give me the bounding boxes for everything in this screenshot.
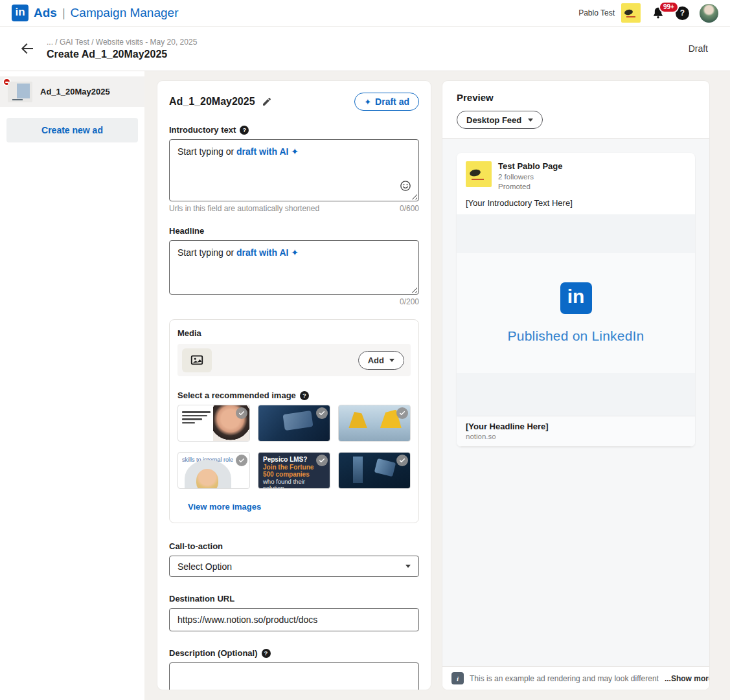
preview-device-selector[interactable]: Desktop Feed bbox=[457, 111, 543, 129]
intro-label: Introductory text bbox=[169, 125, 236, 135]
topbar-actions: Pablo Test 99+ ? bbox=[578, 3, 718, 23]
linkedin-logo-glyph: in bbox=[15, 6, 25, 19]
check-icon bbox=[236, 407, 247, 419]
description-textarea[interactable] bbox=[169, 662, 419, 690]
cta-select[interactable]: Select Option bbox=[169, 556, 419, 577]
promoted-label: Promoted bbox=[498, 182, 562, 192]
check-icon bbox=[316, 407, 328, 419]
thumbnail-text-lines bbox=[182, 411, 211, 425]
cta-selected-value: Select Option bbox=[177, 561, 232, 572]
sidebar-ad-label: Ad_1_20May2025 bbox=[40, 87, 110, 96]
page-followers: 2 followers bbox=[498, 172, 562, 182]
sidebar-item-ad[interactable]: Ad_1_20May2025 bbox=[0, 76, 144, 107]
linkedin-logo-icon[interactable]: in bbox=[12, 5, 29, 21]
help-glyph: ? bbox=[680, 8, 685, 17]
page-name: Test Pablo Page bbox=[498, 161, 562, 172]
ad-name: Ad_1_20May2025 bbox=[169, 96, 255, 107]
account-name: Pablo Test bbox=[578, 8, 615, 17]
top-navigation-bar: in Ads | Campaign Manager Pablo Test 99+… bbox=[0, 0, 730, 27]
page-header: ... / GAI Test / Website visits - May 20… bbox=[0, 27, 730, 71]
work-area: Ad_1_20May2025 ✦ Draft ad Introductory t… bbox=[144, 71, 730, 700]
chevron-down-icon bbox=[528, 119, 533, 122]
recommended-image-5[interactable]: Pepsico LMS? Join the Fortune 500 compan… bbox=[258, 452, 330, 489]
draft-ad-button-label: Draft ad bbox=[375, 96, 409, 107]
media-placeholder-tile[interactable] bbox=[182, 348, 212, 372]
intro-char-counter: 0/600 bbox=[400, 204, 419, 213]
thumbnail-caption: solution. bbox=[263, 485, 325, 489]
recommended-image-3[interactable] bbox=[338, 405, 411, 442]
destination-url-input[interactable] bbox=[169, 608, 419, 631]
recommended-image-6[interactable] bbox=[338, 452, 411, 489]
resize-handle[interactable] bbox=[411, 286, 417, 293]
chevron-down-icon bbox=[389, 359, 394, 362]
draft-ad-button[interactable]: ✦ Draft ad bbox=[354, 93, 419, 111]
preview-headline-bar: [Your Headline Here] notion.so bbox=[457, 416, 695, 447]
smiley-icon bbox=[399, 179, 412, 192]
recommended-help-icon[interactable]: ? bbox=[300, 391, 309, 400]
intro-placeholder: Start typing or draft with AI ✦ bbox=[177, 146, 299, 157]
back-button[interactable] bbox=[19, 41, 35, 56]
preview-headline: [Your Headline Here] bbox=[466, 422, 686, 433]
brand-product-label[interactable]: Ads bbox=[34, 6, 57, 20]
breadcrumb[interactable]: ... / GAI Test / Website visits - May 20… bbox=[47, 38, 677, 47]
headline-textarea[interactable]: Start typing or draft with AI ✦ bbox=[169, 240, 419, 295]
brand: in Ads | Campaign Manager bbox=[12, 5, 178, 21]
account-logo[interactable] bbox=[621, 3, 641, 23]
brand-suite-label: Campaign Manager bbox=[71, 6, 179, 20]
recommended-image-4[interactable]: skills to internal role bbox=[177, 452, 250, 489]
notification-badge: 99+ bbox=[659, 1, 679, 13]
view-more-images-link[interactable]: View more images bbox=[177, 502, 261, 512]
recommended-image-1[interactable] bbox=[177, 405, 250, 442]
info-icon: i bbox=[451, 672, 464, 684]
check-icon bbox=[316, 455, 328, 466]
preview-media-strip bbox=[457, 373, 695, 416]
create-new-ad-button[interactable]: Create new ad bbox=[6, 118, 138, 142]
sparkle-icon: ✦ bbox=[364, 97, 371, 107]
preview-title: Preview bbox=[457, 92, 695, 103]
back-arrow-icon bbox=[19, 41, 35, 56]
pencil-icon bbox=[262, 96, 272, 107]
headline-placeholder: Start typing or draft with AI ✦ bbox=[177, 247, 299, 258]
description-label: Description (Optional) bbox=[169, 648, 258, 658]
content: Ad_1_20May2025 Create new ad Ad_1_20May2… bbox=[0, 71, 730, 700]
status-badge: Draft bbox=[689, 43, 708, 54]
ads-sidebar: Ad_1_20May2025 Create new ad bbox=[0, 71, 144, 700]
campaign-manager-app: in Ads | Campaign Manager Pablo Test 99+… bbox=[0, 0, 730, 700]
thumbnail-caption: 500 companies bbox=[263, 471, 325, 479]
preview-disclaimer: i This is an example ad rendering and ma… bbox=[442, 666, 709, 690]
check-icon bbox=[396, 407, 408, 419]
emoji-picker-button[interactable] bbox=[399, 179, 412, 194]
preview-intro-text: [Your Introductory Text Here] bbox=[457, 197, 695, 214]
ad-thumbnail bbox=[8, 82, 32, 102]
brand-separator: | bbox=[62, 6, 65, 20]
check-icon bbox=[396, 455, 408, 466]
media-bar: Add bbox=[177, 344, 411, 376]
show-more-link[interactable]: ...Show more bbox=[665, 674, 709, 683]
preview-media-placeholder: in Published on LinkedIn bbox=[457, 253, 695, 373]
intro-helper-text: Urls in this field are automatically sho… bbox=[169, 204, 319, 213]
description-help-icon[interactable]: ? bbox=[262, 649, 271, 658]
user-avatar[interactable] bbox=[700, 4, 718, 23]
image-icon bbox=[190, 353, 204, 367]
published-on-linkedin-text: Published on LinkedIn bbox=[508, 328, 644, 344]
add-media-button[interactable]: Add bbox=[358, 351, 404, 370]
check-icon bbox=[236, 455, 247, 466]
thumbnail-portrait bbox=[196, 469, 218, 489]
edit-ad-name-button[interactable] bbox=[262, 96, 272, 107]
preview-body: Test Pablo Page 2 followers Promoted [Yo… bbox=[442, 139, 709, 666]
page-title: Create Ad_1_20May2025 bbox=[47, 49, 677, 60]
recommended-image-grid: skills to internal role Pepsico LMS? Joi… bbox=[177, 405, 411, 489]
draft-with-ai-link[interactable]: draft with AI ✦ bbox=[236, 146, 299, 157]
page-avatar bbox=[466, 161, 492, 187]
recommended-image-2[interactable] bbox=[258, 405, 330, 442]
destination-url-label: Destination URL bbox=[169, 594, 234, 604]
notifications-button[interactable]: 99+ bbox=[651, 6, 665, 20]
intro-help-icon[interactable]: ? bbox=[240, 126, 249, 135]
intro-textarea[interactable]: Start typing or draft with AI ✦ bbox=[169, 139, 419, 201]
add-media-label: Add bbox=[368, 356, 384, 365]
draft-with-ai-link[interactable]: draft with AI ✦ bbox=[236, 247, 299, 258]
media-label: Media bbox=[177, 328, 201, 338]
headline-char-counter: 0/200 bbox=[400, 297, 419, 306]
disclaimer-text: This is an example ad rendering and may … bbox=[470, 674, 659, 683]
recommended-image-label: Select a recommended image bbox=[177, 390, 296, 400]
